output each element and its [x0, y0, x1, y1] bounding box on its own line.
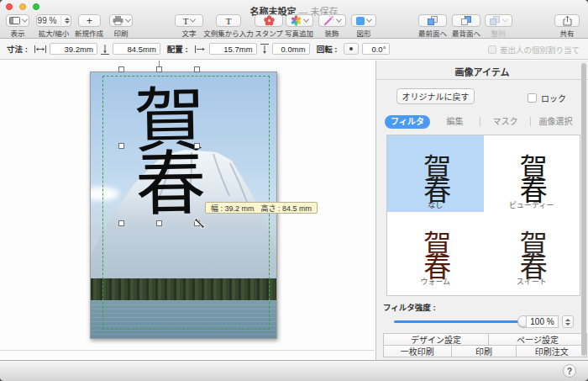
chevron-down-icon: [124, 17, 130, 23]
design-canvas[interactable]: 賀春 幅 : 39.2 mm 高さ : 84.5 mm: [0, 61, 375, 351]
y-position-icon: [260, 44, 269, 55]
print-button[interactable]: [109, 14, 133, 27]
filter-option-clipped[interactable]: 賀春: [484, 288, 580, 296]
canvas-lower-strip: [0, 351, 375, 360]
selection-handle-top-center[interactable]: [156, 66, 162, 72]
window-view-icon: [9, 17, 20, 24]
print-order-button[interactable]: 印刷注文: [516, 345, 587, 357]
selection-handle-top-right[interactable]: [194, 66, 200, 72]
align-button: [485, 14, 512, 27]
align-icon: [490, 16, 501, 26]
add-photo-button[interactable]: [286, 14, 313, 27]
filter-caption: ウォーム: [420, 276, 450, 287]
magic-wand-icon: [323, 15, 334, 26]
design-settings-button[interactable]: デザイン設定: [383, 333, 489, 346]
photo-pinwheel-icon: [291, 15, 302, 26]
tab-filter[interactable]: フィルタ: [385, 115, 430, 129]
filter-strength-slider[interactable]: [394, 320, 524, 323]
position-label: 配置 :: [167, 43, 188, 55]
tab-mask[interactable]: マスク: [480, 117, 530, 126]
inspector-tabs: フィルタ 編集 マスク 画像選択: [385, 114, 580, 129]
selection-handle-top-left[interactable]: [118, 66, 124, 72]
main-content: 賀春 幅 : 39.2 mm 高さ : 84.5 mm 画像ア: [0, 61, 588, 360]
send-to-back-button[interactable]: [452, 14, 480, 27]
titlebar-toolbar: 名称未設定 — 未保存 表示 99 % 拡大/縮小 + 新規作成 印刷 T 文字…: [0, 0, 588, 39]
tooltip-width-text: 幅 : 39.2 mm: [211, 203, 255, 214]
rotation-dot-icon: [349, 47, 353, 50]
lock-checkbox[interactable]: [528, 93, 537, 103]
rotation-label: 回転 :: [317, 43, 338, 55]
filter-option-sweet[interactable]: 賀春 スイート: [484, 212, 580, 288]
selection-handle-bottom-left[interactable]: [118, 220, 124, 226]
stepper-down-icon: [565, 323, 570, 325]
width-field[interactable]: 39.2mm: [50, 43, 97, 55]
size-tooltip: 幅 : 39.2 mm 高さ : 84.5 mm: [205, 202, 318, 214]
view-button[interactable]: [6, 14, 29, 27]
sender-assignment-label: 差出人の個別割り当て: [500, 44, 580, 56]
zoom-stepper[interactable]: 99 %: [36, 14, 71, 27]
layers-back-icon: [461, 16, 472, 26]
sender-assignment-checkbox-row: 差出人の個別割り当て: [488, 44, 580, 56]
filter-option-none[interactable]: 賀春 なし: [387, 135, 484, 212]
x-position-field[interactable]: 15.7mm: [209, 43, 257, 55]
dimension-bar: 寸法 : 39.2mm 84.5mm 配置 : 15.7mm 0.0mm 回転 …: [0, 39, 588, 60]
blue-square-shape-icon: [356, 17, 365, 25]
filter-option-beauty[interactable]: 賀春 ビューティー: [484, 135, 580, 212]
phrase-collection-button[interactable]: T: [216, 14, 241, 27]
rotation-field[interactable]: 0.0°: [362, 43, 390, 55]
filter-thumbnail: 賀春: [517, 230, 545, 274]
tab-edit[interactable]: 編集: [430, 117, 480, 126]
selection-handle-bottom-center[interactable]: [156, 220, 162, 226]
y-position-field[interactable]: 0.0mm: [272, 43, 310, 55]
bring-to-front-button[interactable]: [418, 14, 447, 27]
text-button[interactable]: T: [175, 14, 203, 27]
lock-label: ロック: [541, 92, 566, 104]
tooltip-height-text: 高さ : 84.5 mm: [261, 203, 312, 214]
flower-stamp-icon: [264, 15, 275, 26]
stamp-button[interactable]: [255, 14, 283, 27]
selection-handle-mid-right[interactable]: [194, 143, 200, 149]
filter-thumbnail: 賀春: [422, 154, 449, 198]
resize-cursor-icon: [193, 217, 206, 230]
x-position-icon: [195, 45, 206, 53]
chevron-down-icon: [303, 17, 309, 23]
filter-caption: スイート: [517, 276, 547, 287]
text-T-icon: T: [226, 16, 232, 26]
height-field[interactable]: 84.5mm: [113, 43, 160, 55]
filter-option-warm[interactable]: 賀春 ウォーム: [387, 212, 484, 288]
help-button[interactable]: ?: [563, 364, 576, 378]
strength-value-field[interactable]: 100 %: [526, 315, 559, 328]
filter-thumbnail: 賀春: [422, 230, 449, 274]
chevron-down-icon: [502, 17, 508, 23]
filter-option-clipped[interactable]: 賀春: [387, 288, 484, 296]
layers-front-icon: [428, 16, 438, 26]
text-T-icon: T: [183, 16, 189, 26]
selection-handle-mid-left[interactable]: [118, 143, 124, 149]
size-label: 寸法 :: [7, 43, 28, 55]
share-button[interactable]: [554, 14, 580, 27]
bottom-bar: ?: [0, 360, 588, 381]
plus-icon: +: [87, 15, 92, 27]
shape-button[interactable]: [351, 14, 376, 27]
chevron-down-icon: [190, 17, 196, 23]
chevron-down-icon: [336, 17, 342, 23]
width-dimension-icon: [34, 45, 46, 53]
app-window: 名称未設定 — 未保存 表示 99 % 拡大/縮小 + 新規作成 印刷 T 文字…: [0, 0, 588, 381]
tab-image-select[interactable]: 画像選択: [530, 117, 580, 126]
filter-caption: なし: [428, 199, 443, 210]
stepper-arrows-icon: [60, 16, 70, 25]
align-label: 整列: [460, 28, 536, 38]
panel-scrollbar[interactable]: [581, 63, 586, 356]
new-document-button[interactable]: +: [78, 14, 101, 27]
filter-thumbnail: 賀春: [517, 154, 545, 198]
rotation-knob[interactable]: [344, 43, 359, 55]
print-button-panel[interactable]: 印刷: [451, 345, 517, 357]
stepper-up-icon: [565, 319, 570, 321]
strength-stepper[interactable]: [562, 315, 574, 328]
filter-caption: ビューティー: [509, 199, 554, 210]
decorate-button[interactable]: [318, 14, 346, 27]
page-settings-button[interactable]: ページ設定: [488, 333, 587, 346]
reset-to-original-button[interactable]: オリジナルに戻す: [396, 88, 475, 104]
panel-divider: [376, 79, 588, 80]
print-one-button[interactable]: 一枚印刷: [383, 345, 452, 357]
